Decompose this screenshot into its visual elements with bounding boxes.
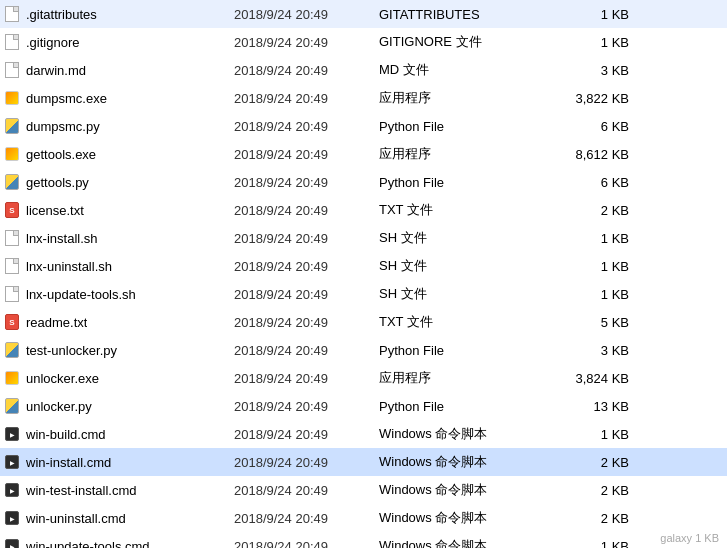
file-name-col: lnx-update-tools.sh [4,286,234,302]
file-date: 2018/9/24 20:49 [234,343,379,358]
file-type: Python File [379,175,559,190]
file-type: SH 文件 [379,285,559,303]
file-size: 1 KB [559,231,639,246]
table-row[interactable]: gettools.exe 2018/9/24 20:49 应用程序 8,612 … [0,140,727,168]
python-icon [4,174,20,190]
table-row[interactable]: win-install.cmd 2018/9/24 20:49 Windows … [0,448,727,476]
file-name-col: gettools.exe [4,146,234,162]
file-date: 2018/9/24 20:49 [234,91,379,106]
blank-file-icon [4,6,20,22]
blank-file-icon [4,258,20,274]
file-name: darwin.md [26,63,86,78]
file-name: readme.txt [26,315,87,330]
file-type: GITIGNORE 文件 [379,33,559,51]
table-row[interactable]: win-uninstall.cmd 2018/9/24 20:49 Window… [0,504,727,532]
file-name: dumpsmc.py [26,119,100,134]
cmd-icon [4,538,20,548]
table-row[interactable]: S readme.txt 2018/9/24 20:49 TXT 文件 5 KB [0,308,727,336]
cmd-icon [4,510,20,526]
txt-icon: S [4,202,20,218]
table-row[interactable]: lnx-install.sh 2018/9/24 20:49 SH 文件 1 K… [0,224,727,252]
file-name-col: darwin.md [4,62,234,78]
file-date: 2018/9/24 20:49 [234,287,379,302]
exe-icon [4,90,20,106]
file-list: .gitattributes 2018/9/24 20:49 GITATTRIB… [0,0,727,548]
file-size: 1 KB [559,7,639,22]
table-row[interactable]: darwin.md 2018/9/24 20:49 MD 文件 3 KB [0,56,727,84]
file-size: 3,824 KB [559,371,639,386]
file-type: SH 文件 [379,257,559,275]
table-row[interactable]: win-build.cmd 2018/9/24 20:49 Windows 命令… [0,420,727,448]
table-row[interactable]: gettools.py 2018/9/24 20:49 Python File … [0,168,727,196]
table-row[interactable]: .gitignore 2018/9/24 20:49 GITIGNORE 文件 … [0,28,727,56]
file-size: 1 KB [559,539,639,549]
file-size: 6 KB [559,119,639,134]
file-name-col: S readme.txt [4,314,234,330]
file-date: 2018/9/24 20:49 [234,147,379,162]
python-icon [4,118,20,134]
table-row[interactable]: win-update-tools.cmd 2018/9/24 20:49 Win… [0,532,727,548]
file-size: 2 KB [559,455,639,470]
file-name-col: win-install.cmd [4,454,234,470]
python-icon [4,342,20,358]
table-row[interactable]: win-test-install.cmd 2018/9/24 20:49 Win… [0,476,727,504]
file-date: 2018/9/24 20:49 [234,539,379,549]
table-row[interactable]: dumpsmc.exe 2018/9/24 20:49 应用程序 3,822 K… [0,84,727,112]
file-name-col: dumpsmc.py [4,118,234,134]
file-date: 2018/9/24 20:49 [234,35,379,50]
file-name: dumpsmc.exe [26,91,107,106]
file-name: win-update-tools.cmd [26,539,150,549]
table-row[interactable]: test-unlocker.py 2018/9/24 20:49 Python … [0,336,727,364]
cmd-icon [4,426,20,442]
blank-file-icon [4,286,20,302]
file-type: 应用程序 [379,89,559,107]
file-name: unlocker.py [26,399,92,414]
file-name-col: win-build.cmd [4,426,234,442]
table-row[interactable]: unlocker.exe 2018/9/24 20:49 应用程序 3,824 … [0,364,727,392]
file-name: license.txt [26,203,84,218]
file-name-col: win-update-tools.cmd [4,538,234,548]
file-name-col: test-unlocker.py [4,342,234,358]
file-name-col: dumpsmc.exe [4,90,234,106]
file-size: 2 KB [559,511,639,526]
file-size: 2 KB [559,483,639,498]
file-name: test-unlocker.py [26,343,117,358]
exe-icon [4,370,20,386]
file-name-col: unlocker.py [4,398,234,414]
table-row[interactable]: S license.txt 2018/9/24 20:49 TXT 文件 2 K… [0,196,727,224]
file-size: 13 KB [559,399,639,414]
file-name: win-install.cmd [26,455,111,470]
file-type: Windows 命令脚本 [379,537,559,548]
blank-file-icon [4,230,20,246]
file-name: .gitignore [26,35,79,50]
file-date: 2018/9/24 20:49 [234,399,379,414]
file-date: 2018/9/24 20:49 [234,63,379,78]
table-row[interactable]: unlocker.py 2018/9/24 20:49 Python File … [0,392,727,420]
file-size: 3,822 KB [559,91,639,106]
file-name: .gitattributes [26,7,97,22]
file-type: TXT 文件 [379,313,559,331]
file-type: SH 文件 [379,229,559,247]
table-row[interactable]: .gitattributes 2018/9/24 20:49 GITATTRIB… [0,0,727,28]
table-row[interactable]: lnx-update-tools.sh 2018/9/24 20:49 SH 文… [0,280,727,308]
file-size: 6 KB [559,175,639,190]
table-row[interactable]: dumpsmc.py 2018/9/24 20:49 Python File 6… [0,112,727,140]
file-name: win-build.cmd [26,427,105,442]
file-date: 2018/9/24 20:49 [234,427,379,442]
exe-icon [4,146,20,162]
file-name-col: win-test-install.cmd [4,482,234,498]
file-name: lnx-install.sh [26,231,98,246]
cmd-icon [4,454,20,470]
file-date: 2018/9/24 20:49 [234,175,379,190]
file-size: 1 KB [559,287,639,302]
file-type: Windows 命令脚本 [379,425,559,443]
file-date: 2018/9/24 20:49 [234,315,379,330]
file-name: gettools.py [26,175,89,190]
file-name: lnx-uninstall.sh [26,259,112,274]
file-date: 2018/9/24 20:49 [234,7,379,22]
table-row[interactable]: lnx-uninstall.sh 2018/9/24 20:49 SH 文件 1… [0,252,727,280]
file-type: Windows 命令脚本 [379,481,559,499]
file-type: 应用程序 [379,369,559,387]
file-type: Python File [379,343,559,358]
file-name-col: unlocker.exe [4,370,234,386]
